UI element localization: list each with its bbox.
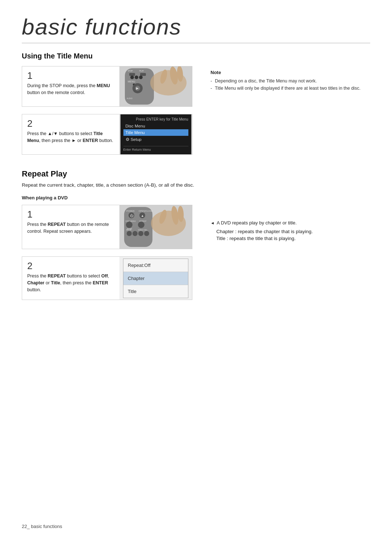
svg-text:▶: ▶: [136, 86, 139, 90]
step-2-left: 2 Press the ▲/▼ buttons to select Title …: [22, 114, 119, 154]
repeat-chapter-row: Chapter: [123, 272, 188, 285]
title-menu-content: 1 During the STOP mode, press the MENU b…: [22, 66, 370, 158]
svg-point-3: [130, 76, 134, 79]
svg-rect-1: [129, 73, 135, 76]
setup-icon: ⚙: [126, 137, 130, 142]
step-1-block: 1 During the STOP mode, press the MENU b…: [22, 66, 192, 107]
svg-text:STOP: STOP: [128, 70, 133, 72]
step-2-number: 2: [27, 119, 114, 128]
title-menu-left: 1 During the STOP mode, press the MENU b…: [22, 66, 200, 158]
repeat-step-2-image: Repeat:Off Chapter Title: [119, 257, 192, 300]
note-block: Note Depending on a disc, the Title Menu…: [211, 70, 370, 92]
step-2-image: Press ENTER key for Title Menu Disc Menu…: [119, 114, 192, 154]
step-2-block: 2 Press the ▲/▼ buttons to select Title …: [22, 114, 192, 155]
svg-text:PLAY: PLAY: [139, 70, 144, 72]
page-footer: 22_ basic functions: [22, 524, 62, 529]
repeat-step-1-left: 1 Press the REPEAT button on the remote …: [22, 205, 119, 249]
svg-point-35: [144, 231, 149, 236]
step-1-number: 1: [27, 71, 114, 80]
repeat-screen: Repeat:Off Chapter Title: [123, 259, 188, 298]
repeat-play-content: 1 Press the REPEAT button on the remote …: [22, 205, 370, 304]
step-1-left: 1 During the STOP mode, press the MENU b…: [22, 66, 119, 106]
title-menu-section: Using the Title Menu 1 During the STOP m…: [22, 52, 370, 158]
repeat-step-1-image: POWER OPEN/CLOSE ⏻ ▲ DISC MENU REPE: [119, 205, 192, 249]
repeat-step-1-number: 1: [27, 210, 114, 219]
repeat-play-right: ◄ A DVD repeats play by chapter or title…: [211, 205, 370, 304]
repeat-note-title: Title : repeats the title that is playin…: [216, 236, 370, 241]
title-menu-right: Note Depending on a disc, the Title Menu…: [211, 66, 370, 158]
screen-header: Press ENTER key for Title Menu: [123, 117, 188, 121]
svg-point-33: [132, 231, 138, 236]
repeat-step-1-block: 1 Press the REPEAT button on the remote …: [22, 205, 192, 249]
note-title: Note: [211, 70, 370, 75]
repeat-play-left: 1 Press the REPEAT button on the remote …: [22, 205, 200, 304]
title-menu-steps: 1 During the STOP mode, press the MENU b…: [22, 66, 200, 158]
note-list: Depending on a disc, the Title Menu may …: [211, 77, 370, 92]
remote-svg-1: MENU ▶: [121, 66, 190, 106]
repeat-play-heading: Repeat Play: [22, 169, 370, 179]
svg-point-34: [138, 231, 143, 236]
repeat-step-2-block: 2 Press the REPEAT buttons to select Off…: [22, 256, 192, 300]
repeat-title-row: Title: [123, 285, 188, 298]
page-title: basic functions: [22, 15, 370, 43]
svg-text:AUDIO: AUDIO: [127, 97, 132, 100]
svg-text:⏻: ⏻: [130, 214, 134, 218]
svg-point-28: [138, 222, 144, 228]
svg-point-4: [135, 76, 138, 79]
setup-menu-item: ⚙ Setup: [123, 136, 188, 143]
svg-text:OPEN/CLOSE: OPEN/CLOSE: [139, 210, 153, 212]
svg-text:MARK: MARK: [127, 228, 132, 230]
title-menu-item: Title Menu: [123, 129, 188, 136]
disc-menu-item: Disc Menu: [123, 123, 188, 129]
step-2-text: Press the ▲/▼ buttons to select Title Me…: [27, 130, 114, 144]
svg-text:VIDEO SEL: VIDEO SEL: [138, 229, 148, 231]
bullet-icon-1: ◄: [211, 220, 215, 227]
repeat-play-section: Repeat Play Repeat the current track, ch…: [22, 169, 370, 304]
repeat-notes-sub: Chapter : repeats the chapter that is pl…: [216, 229, 370, 241]
title-menu-heading: Using the Title Menu: [22, 52, 370, 60]
svg-point-27: [126, 222, 132, 228]
step-1-image: MENU ▶: [119, 66, 192, 106]
disc-menu-screen: Press ENTER key for Title Menu Disc Menu…: [121, 114, 191, 154]
remote-svg-2: POWER OPEN/CLOSE ⏻ ▲ DISC MENU REPE: [121, 205, 190, 249]
repeat-note-chapter: Chapter : repeats the chapter that is pl…: [216, 229, 370, 234]
svg-point-32: [127, 231, 132, 236]
repeat-play-steps: 1 Press the REPEAT button on the remote …: [22, 205, 200, 304]
note-item-2: Title Menu will only be displayed if the…: [211, 85, 370, 92]
repeat-step-2-number: 2: [27, 261, 114, 271]
repeat-step-2-text: Press the REPEAT buttons to select Off, …: [27, 273, 114, 293]
repeat-note-1: ◄ A DVD repeats play by chapter or title…: [211, 219, 370, 227]
repeat-description: Repeat the current track, chapter, title…: [22, 182, 370, 188]
repeat-note-text-1: A DVD repeats play by chapter or title.: [217, 219, 297, 227]
svg-point-5: [139, 76, 143, 79]
svg-text:▲: ▲: [141, 214, 144, 218]
screen-footer: Enter Return Menu: [123, 146, 188, 151]
svg-text:MENU: MENU: [128, 80, 135, 83]
repeat-step-1-text: Press the REPEAT button on the remote co…: [27, 221, 114, 235]
step-1-text: During the STOP mode, press the MENU but…: [27, 82, 114, 96]
repeat-step-2-left: 2 Press the REPEAT buttons to select Off…: [22, 257, 119, 300]
repeat-off-row: Repeat:Off: [123, 259, 188, 272]
dvd-label: When playing a DVD: [22, 195, 370, 200]
svg-text:POWER: POWER: [126, 210, 135, 212]
svg-rect-2: [140, 73, 146, 76]
page-container: basic functions Using the Title Menu 1 D…: [0, 0, 392, 333]
note-item-1: Depending on a disc, the Title Menu may …: [211, 77, 370, 85]
